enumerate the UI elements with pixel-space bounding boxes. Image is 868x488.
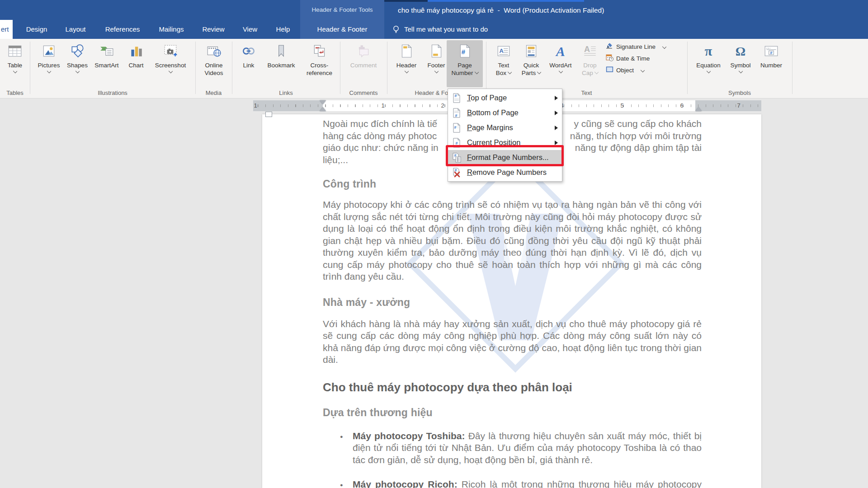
tab-review[interactable]: Review xyxy=(199,20,228,39)
submenu-arrow-icon xyxy=(555,96,558,100)
chevron-down-icon xyxy=(641,68,645,72)
submenu-arrow-icon xyxy=(555,111,558,115)
tab-references[interactable]: References xyxy=(101,20,144,39)
svg-text:A: A xyxy=(499,47,503,54)
tab-header-footer[interactable]: Header & Footer xyxy=(300,20,384,39)
screenshot-icon xyxy=(163,42,178,60)
group-label-symbols: Symbols xyxy=(687,89,792,98)
table-button[interactable]: Table xyxy=(3,40,27,87)
smartart-icon xyxy=(99,42,114,60)
chevron-down-icon xyxy=(662,45,666,49)
group-label-illustrations: Illustrations xyxy=(30,89,195,98)
tab-insert-partial[interactable]: ert xyxy=(0,20,13,39)
heading-nha-may-xuong[interactable]: Nhà máy - xưởng xyxy=(323,296,702,309)
date-time-button[interactable]: Date & Time xyxy=(606,52,650,64)
svg-text:#: # xyxy=(454,94,457,98)
tell-me-box[interactable]: Tell me what you want to do xyxy=(404,20,488,39)
menu-item-bottom-of-page[interactable]: # Bottom of Page xyxy=(448,105,562,120)
wordart-button[interactable]: A WordArt xyxy=(545,40,576,87)
smartart-button[interactable]: SmartArt xyxy=(90,40,124,87)
comment-button: Comment xyxy=(344,40,383,87)
svg-text:#: # xyxy=(455,113,457,117)
ribbon-tab-row: ert Design Layout References Mailings Re… xyxy=(0,20,868,39)
chevron-down-icon xyxy=(404,69,408,73)
ruler-number: 7 xyxy=(734,102,743,109)
chevron-down-icon xyxy=(75,69,79,73)
chevron-down-icon xyxy=(168,69,172,73)
page-number-menu: # Top of Page # Bottom of Page # Page Ma… xyxy=(448,89,562,182)
number-icon: # xyxy=(764,42,779,60)
right-indent-marker[interactable] xyxy=(695,107,702,111)
equation-button[interactable]: π Equation xyxy=(691,40,726,87)
list-item-ricoh[interactable]: Máy photocopy Ricoh: Ricoh là một trong … xyxy=(323,479,702,488)
group-label-links: Links xyxy=(232,89,340,98)
signature-line-icon xyxy=(606,42,613,51)
text-box-button[interactable]: A Text Box xyxy=(491,40,516,87)
cross-reference-button[interactable]: Cross- reference xyxy=(301,40,338,87)
svg-text:Ω: Ω xyxy=(736,44,745,58)
chevron-down-icon xyxy=(738,69,742,73)
submenu-arrow-icon xyxy=(555,126,558,130)
link-button[interactable]: Link xyxy=(236,40,261,87)
chevron-down-icon xyxy=(13,69,17,73)
comment-icon xyxy=(356,42,371,60)
contextual-tools-label: Header & Footer Tools xyxy=(300,0,384,20)
link-icon xyxy=(241,42,256,60)
chevron-down-icon xyxy=(594,70,599,74)
pictures-icon xyxy=(41,42,57,60)
object-button[interactable]: Object xyxy=(606,64,644,76)
pictures-button[interactable]: Pictures xyxy=(34,40,63,87)
page-number-top-icon: # xyxy=(451,93,462,103)
tab-help[interactable]: Help xyxy=(271,20,295,39)
footer-button[interactable]: Footer xyxy=(423,40,449,87)
chevron-down-icon xyxy=(474,70,478,74)
symbol-button[interactable]: Ω Symbol xyxy=(726,40,755,87)
header-button[interactable]: Header xyxy=(391,40,422,87)
table-icon xyxy=(7,42,23,60)
signature-line-button[interactable]: Signature Line xyxy=(606,41,666,52)
online-videos-button[interactable]: Online Videos xyxy=(199,40,229,87)
cross-reference-icon xyxy=(312,42,327,60)
chevron-down-icon xyxy=(434,69,438,73)
tab-design[interactable]: Design xyxy=(23,20,51,39)
list-item-toshiba[interactable]: Máy photocopy Toshiba: Đây là thương hiệ… xyxy=(323,430,702,466)
title-bar: Header & Footer Tools cho thuê máy photo… xyxy=(0,0,868,20)
number-button[interactable]: # Number xyxy=(755,40,788,87)
svg-text:π: π xyxy=(705,43,712,58)
brand-bullet-list[interactable]: Máy photocopy Toshiba: Đây là thương hiệ… xyxy=(323,430,702,488)
menu-item-remove-page-numbers[interactable]: # Remove Page Numbers xyxy=(448,165,562,180)
date-time-icon xyxy=(606,54,613,63)
chart-button[interactable]: Chart xyxy=(123,40,149,87)
quick-parts-button[interactable]: Quick Parts xyxy=(517,40,545,87)
bookmark-button[interactable]: Bookmark xyxy=(262,40,301,87)
shapes-button[interactable]: Shapes xyxy=(65,40,90,87)
tab-view[interactable]: View xyxy=(239,20,261,39)
menu-item-top-of-page[interactable]: # Top of Page xyxy=(448,90,562,105)
tab-mailings[interactable]: Mailings xyxy=(155,20,188,39)
paragraph-3[interactable]: Với khách hàng là nhà máy hay xưởng sản … xyxy=(323,318,702,366)
header-icon xyxy=(399,42,414,60)
wordart-icon: A xyxy=(553,42,568,60)
chevron-down-icon xyxy=(537,70,541,74)
chevron-down-icon xyxy=(47,69,51,73)
shapes-icon xyxy=(70,42,85,60)
ruler-number: 2 xyxy=(438,102,447,109)
hanging-indent-marker[interactable] xyxy=(320,107,326,111)
page-number-button[interactable]: # Page Number xyxy=(447,40,483,87)
window-top-accent-dark xyxy=(384,0,428,2)
quick-parts-icon xyxy=(524,42,539,60)
heading-phan-loai[interactable]: Cho thuê máy photocopy dựa theo phân loạ… xyxy=(323,380,702,394)
window-top-accent xyxy=(428,0,584,2)
page-number-bottom-icon: # xyxy=(451,108,462,118)
first-line-indent-marker[interactable] xyxy=(320,100,326,104)
left-indent-marker[interactable] xyxy=(265,112,272,117)
window-title: cho thuê máy photocopy giá rẻ - Word (Pr… xyxy=(398,0,604,20)
menu-item-page-margins[interactable]: # Page Margins xyxy=(448,120,562,135)
chevron-down-icon xyxy=(706,69,710,73)
screenshot-button[interactable]: Screenshot xyxy=(150,40,191,87)
paragraph-2[interactable]: Máy photocopy khi ở các công trình sẽ có… xyxy=(323,199,702,283)
tab-layout[interactable]: Layout xyxy=(61,20,90,39)
equation-icon: π xyxy=(699,42,717,60)
remove-page-numbers-icon: # xyxy=(451,168,462,178)
heading-thuong-hieu[interactable]: Dựa trên thương hiệu xyxy=(323,407,702,419)
